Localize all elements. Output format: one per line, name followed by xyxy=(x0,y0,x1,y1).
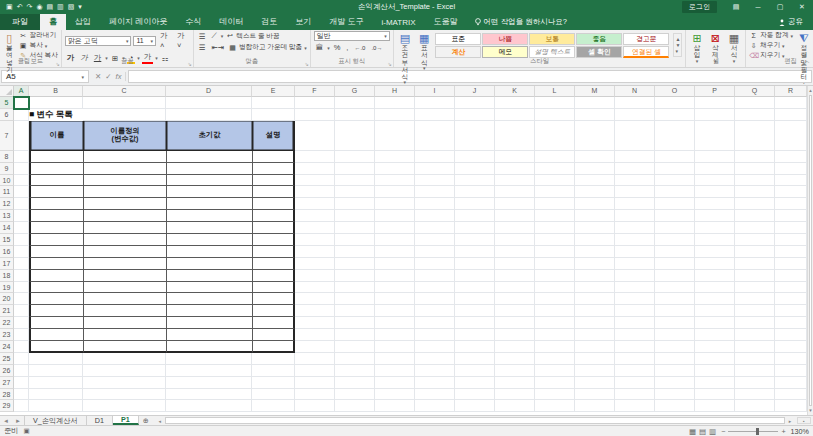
sign-in-button[interactable]: 로그인 xyxy=(682,1,717,13)
cell-B25[interactable] xyxy=(29,353,83,365)
cell-A25[interactable] xyxy=(14,353,29,365)
format-cells-button[interactable]: ▦ 서식▾ xyxy=(726,31,742,59)
cell-Q15[interactable] xyxy=(735,234,775,246)
column-header-Q[interactable]: Q xyxy=(735,86,775,97)
align-top-icon[interactable]: ☰ xyxy=(197,32,208,41)
cell-Q25[interactable] xyxy=(735,353,775,365)
cell-F29[interactable] xyxy=(295,400,335,412)
cell-D11[interactable] xyxy=(166,186,252,198)
cell-N15[interactable] xyxy=(615,234,655,246)
cell-R25[interactable] xyxy=(775,353,807,365)
cell-L9[interactable] xyxy=(535,163,575,175)
cell-R16[interactable] xyxy=(775,246,807,258)
grow-font-button[interactable]: 가˄ xyxy=(158,31,173,50)
font-size-select[interactable]: 11▾ xyxy=(133,36,156,46)
redo-icon[interactable]: ↷ xyxy=(27,3,33,11)
cell-E21[interactable] xyxy=(252,305,295,317)
cell-O18[interactable] xyxy=(655,270,695,282)
cell-C29[interactable] xyxy=(83,400,166,412)
vertical-scrollbar[interactable]: ▲ ▼ xyxy=(807,86,813,415)
cancel-icon[interactable]: ✕ xyxy=(95,72,101,81)
cell-G17[interactable] xyxy=(335,258,375,270)
cell-C14[interactable] xyxy=(83,222,166,234)
cell-G8[interactable] xyxy=(335,151,375,163)
cell-L22[interactable] xyxy=(535,317,575,329)
cell-I11[interactable] xyxy=(415,186,455,198)
cell-B21[interactable] xyxy=(29,305,83,317)
cell-C23[interactable] xyxy=(83,329,166,341)
cell-G21[interactable] xyxy=(335,305,375,317)
cell-H14[interactable] xyxy=(375,222,415,234)
cell-J7[interactable] xyxy=(455,121,495,151)
cell-C9[interactable] xyxy=(83,163,166,175)
cell-A18[interactable] xyxy=(14,270,29,282)
cell-N23[interactable] xyxy=(615,329,655,341)
cell-K8[interactable] xyxy=(495,151,535,163)
cell-O22[interactable] xyxy=(655,317,695,329)
cell-style-경고문[interactable]: 경고문 xyxy=(623,33,669,45)
ribbon-tab-데이터[interactable]: 데이터 xyxy=(210,14,252,30)
cell-C6[interactable] xyxy=(83,109,166,121)
cell-M22[interactable] xyxy=(575,317,615,329)
cell-B8[interactable] xyxy=(29,151,83,163)
new-sheet-button[interactable]: ⊕ xyxy=(139,416,153,425)
cell-P23[interactable] xyxy=(695,329,735,341)
cell-K14[interactable] xyxy=(495,222,535,234)
cell-P19[interactable] xyxy=(695,282,735,294)
cell-F21[interactable] xyxy=(295,305,335,317)
ribbon-tab-수식[interactable]: 수식 xyxy=(176,14,210,30)
cell-G5[interactable] xyxy=(335,97,375,109)
cell-M21[interactable] xyxy=(575,305,615,317)
cell-E23[interactable] xyxy=(252,329,295,341)
cell-N11[interactable] xyxy=(615,186,655,198)
ribbon-tab-삽입[interactable]: 삽입 xyxy=(66,14,100,30)
row-header-25[interactable]: 25 xyxy=(0,353,14,365)
cell-B28[interactable] xyxy=(29,389,83,401)
cell-L13[interactable] xyxy=(535,210,575,222)
ribbon-tab-파일[interactable]: 파일 xyxy=(0,14,40,30)
cell-Q17[interactable] xyxy=(735,258,775,270)
cell-G19[interactable] xyxy=(335,282,375,294)
cell-K22[interactable] xyxy=(495,317,535,329)
cell-D12[interactable] xyxy=(166,198,252,210)
cell-Q8[interactable] xyxy=(735,151,775,163)
cell-O13[interactable] xyxy=(655,210,695,222)
cell-F7[interactable] xyxy=(295,121,335,151)
cell-F27[interactable] xyxy=(295,377,335,389)
cell-E24[interactable] xyxy=(252,341,295,353)
cell-H12[interactable] xyxy=(375,198,415,210)
cell-H15[interactable] xyxy=(375,234,415,246)
cell-K24[interactable] xyxy=(495,341,535,353)
cell-G15[interactable] xyxy=(335,234,375,246)
cell-D5[interactable] xyxy=(166,97,252,109)
cell-I17[interactable] xyxy=(415,258,455,270)
zoom-out-icon[interactable]: − xyxy=(721,427,725,436)
cell-G14[interactable] xyxy=(335,222,375,234)
cell-M18[interactable] xyxy=(575,270,615,282)
cell-B29[interactable] xyxy=(29,400,83,412)
cell-L29[interactable] xyxy=(535,400,575,412)
cell-G6[interactable] xyxy=(335,109,375,121)
cell-Q6[interactable] xyxy=(735,109,775,121)
cell-C25[interactable] xyxy=(83,353,166,365)
cell-P17[interactable] xyxy=(695,258,735,270)
cell-M10[interactable] xyxy=(575,175,615,187)
cell-I28[interactable] xyxy=(415,389,455,401)
tell-me-box[interactable]: 어떤 작업을 원하시나요? xyxy=(467,15,575,30)
cell-K13[interactable] xyxy=(495,210,535,222)
column-header-B[interactable]: B xyxy=(29,86,83,97)
sort-filter-button[interactable]: ⧨ 정렬 및 필터 · xyxy=(796,31,812,59)
cell-N14[interactable] xyxy=(615,222,655,234)
cell-R11[interactable] xyxy=(775,186,807,198)
cell-J14[interactable] xyxy=(455,222,495,234)
cell-C28[interactable] xyxy=(83,389,166,401)
cell-E6[interactable] xyxy=(252,109,295,121)
cell-C24[interactable] xyxy=(83,341,166,353)
indent-buttons[interactable]: ⇤⇥ xyxy=(210,43,227,52)
column-header-R[interactable]: R xyxy=(775,86,807,97)
cell-K17[interactable] xyxy=(495,258,535,270)
cell-R14[interactable] xyxy=(775,222,807,234)
column-header-F[interactable]: F xyxy=(295,86,335,97)
cell-Q13[interactable] xyxy=(735,210,775,222)
cell-C16[interactable] xyxy=(83,246,166,258)
